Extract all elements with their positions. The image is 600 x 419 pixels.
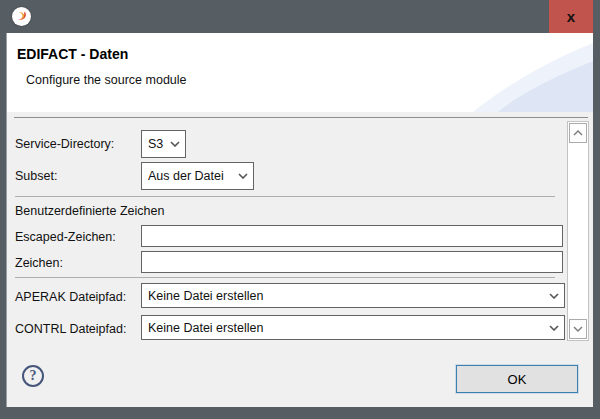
- help-button[interactable]: ?: [22, 365, 44, 387]
- banner-decoration: [413, 33, 593, 112]
- characters-label: Zeichen:: [15, 256, 63, 270]
- contrl-filepath-select[interactable]: Keine Datei erstellen: [141, 315, 565, 340]
- subset-value: Aus der Datei: [142, 169, 233, 183]
- escaped-characters-label: Escaped-Zeichen:: [15, 230, 116, 244]
- aperak-filepath-value: Keine Datei erstellen: [142, 289, 544, 303]
- custom-characters-section-label: Benutzerdefinierte Zeichen: [15, 204, 164, 218]
- chevron-down-icon: [544, 293, 564, 299]
- chevron-down-icon: [544, 325, 564, 331]
- aperak-filepath-label: APERAK Dateipfad:: [15, 290, 126, 304]
- characters-input[interactable]: [141, 251, 563, 273]
- titlebar[interactable]: x: [0, 0, 600, 33]
- chevron-down-icon: [233, 173, 253, 179]
- ok-button[interactable]: OK: [456, 365, 578, 393]
- service-directory-select[interactable]: S3: [141, 130, 186, 158]
- page-title: EDIFACT - Daten: [17, 46, 128, 62]
- chevron-down-icon: [573, 326, 583, 332]
- scroll-up-button[interactable]: [569, 123, 587, 143]
- subset-select[interactable]: Aus der Datei: [141, 162, 254, 190]
- section-separator: [15, 277, 555, 278]
- contrl-filepath-value: Keine Datei erstellen: [142, 321, 544, 335]
- wizard-header: EDIFACT - Daten Configure the source mod…: [7, 33, 593, 112]
- service-directory-value: S3: [142, 137, 165, 151]
- vertical-scrollbar[interactable]: [567, 121, 589, 341]
- scroll-down-button[interactable]: [569, 319, 587, 339]
- service-directory-label: Service-Directory:: [15, 137, 114, 151]
- header-separator: [14, 117, 588, 118]
- close-button[interactable]: x: [549, 0, 593, 33]
- contrl-filepath-label: CONTRL Dateipfad:: [15, 322, 126, 336]
- dialog-body: EDIFACT - Daten Configure the source mod…: [6, 33, 593, 407]
- app-logo-icon: [12, 7, 31, 26]
- aperak-filepath-select[interactable]: Keine Datei erstellen: [141, 283, 565, 308]
- dialog-window: x EDIFACT - Daten Configure the source m…: [0, 0, 600, 419]
- subset-label: Subset:: [15, 169, 57, 183]
- chevron-down-icon: [165, 141, 185, 147]
- escaped-characters-input[interactable]: [141, 225, 563, 247]
- chevron-up-icon: [573, 130, 583, 136]
- page-subtitle: Configure the source module: [26, 73, 187, 87]
- section-separator: [15, 196, 555, 197]
